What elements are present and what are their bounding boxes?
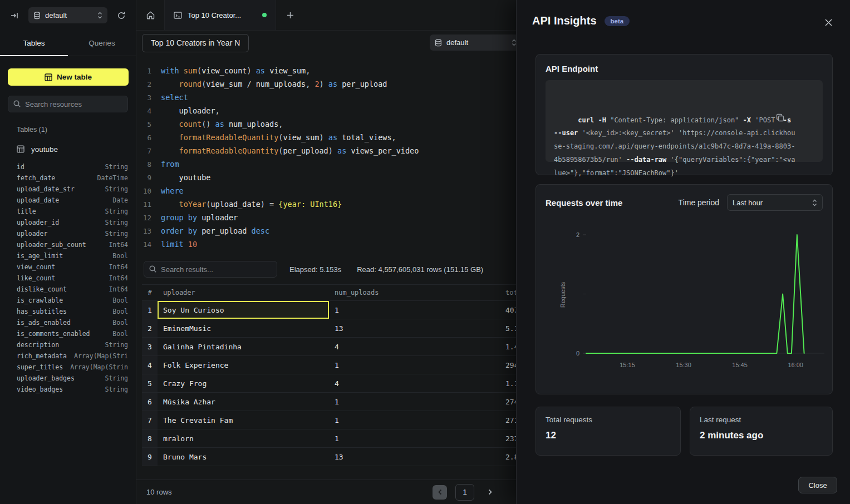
column-type: Bool (112, 252, 128, 260)
code-text: formatReadableQuantity(view_sum) as tota… (161, 133, 396, 142)
sidebar-tabs: Tables Queries (0, 31, 136, 56)
column-header[interactable]: num_uploads (329, 285, 500, 300)
search-resources-input[interactable] (8, 96, 128, 112)
code-text: formatReadableQuantity(per_upload) as vi… (161, 146, 419, 155)
line-number: 6 (136, 134, 151, 142)
code-text: round(view_sum / num_uploads, 2) as per_… (161, 80, 387, 88)
query-database-select[interactable]: default (430, 34, 522, 51)
column-row[interactable]: video_badgesString (0, 384, 136, 395)
table-cell[interactable]: 1 (329, 411, 500, 429)
table-cell[interactable]: 13 (329, 319, 500, 337)
row-number-cell[interactable]: 1 (142, 301, 158, 319)
table-cell[interactable]: Músika Azhar (158, 393, 329, 411)
table-cell[interactable]: Folk Experience (158, 356, 329, 374)
column-row[interactable]: titleString (0, 206, 136, 217)
time-period-select[interactable]: Last hour (727, 194, 823, 211)
new-table-label: New table (57, 73, 92, 81)
column-row[interactable]: is_age_limitBool (0, 250, 136, 261)
query-database-select-value: default (446, 38, 468, 47)
column-row[interactable]: is_comments_enabledBool (0, 328, 136, 339)
table-cell[interactable]: The Crevatin Fam (158, 411, 329, 429)
column-type: Int64 (109, 241, 128, 249)
next-page-button[interactable] (483, 485, 497, 500)
row-number-cell[interactable]: 8 (142, 429, 158, 447)
column-row[interactable]: uploader_sub_countInt64 (0, 239, 136, 250)
last-request-label: Last request (700, 416, 823, 424)
column-row[interactable]: like_countInt64 (0, 273, 136, 284)
row-number-cell[interactable]: 7 (142, 411, 158, 429)
table-cell[interactable]: 4 (329, 374, 500, 392)
table-cell[interactable]: 1 (329, 393, 500, 411)
column-row[interactable]: descriptionString (0, 339, 136, 350)
code-text: with sum(view_count) as view_sum, (161, 66, 310, 75)
table-cell[interactable]: 1 (329, 301, 500, 319)
search-icon (149, 265, 157, 273)
row-number-cell[interactable]: 9 (142, 448, 158, 466)
column-row[interactable]: uploader_badgesString (0, 373, 136, 384)
column-row[interactable]: uploader_idString (0, 217, 136, 228)
column-row[interactable]: uploaderString (0, 228, 136, 239)
column-name: dislike_count (17, 285, 67, 293)
close-button[interactable]: Close (798, 477, 837, 493)
row-number-cell[interactable]: 2 (142, 319, 158, 337)
column-name: super_titles (17, 363, 63, 371)
tab-queries[interactable]: Queries (68, 31, 136, 56)
copy-icon[interactable] (776, 87, 816, 148)
chevron-updown-icon (812, 199, 817, 206)
column-row[interactable]: fetch_dateDateTime (0, 172, 136, 184)
new-table-button[interactable]: New table (8, 68, 129, 86)
tab-tables-label: Tables (23, 39, 45, 47)
table-cell[interactable]: 1 (329, 356, 500, 374)
column-row[interactable]: has_subtitlesBool (0, 306, 136, 317)
svg-text:15:30: 15:30 (676, 362, 691, 368)
table-cell[interactable]: Soy Un Curioso (158, 301, 329, 319)
column-row[interactable]: upload_date_strString (0, 184, 136, 195)
sidebar-collapse-icon[interactable] (8, 9, 21, 22)
code-text: toYear(upload_date) = {year: UInt16} (161, 200, 342, 209)
table-cell[interactable]: 13 (329, 448, 500, 466)
column-type: Int64 (109, 263, 128, 271)
tab-tables[interactable]: Tables (0, 31, 68, 56)
sidebar-table-youtube[interactable]: youtube (0, 142, 136, 156)
column-row[interactable]: upload_dateDate (0, 195, 136, 206)
column-row[interactable]: rich_metadataArray(Map(Stri (0, 350, 136, 362)
prev-page-button[interactable] (433, 485, 447, 500)
table-cell[interactable]: 4 (329, 338, 500, 355)
column-row[interactable]: super_titlesArray(Map(Strin (0, 362, 136, 373)
table-cell[interactable]: Galinha Pintadinha (158, 338, 329, 355)
row-number-cell[interactable]: 3 (142, 338, 158, 355)
table-cell[interactable]: mralorn (158, 429, 329, 447)
search-results-input[interactable] (144, 261, 277, 278)
tab-queries-label: Queries (89, 39, 115, 47)
row-number-cell[interactable]: 4 (142, 356, 158, 374)
column-row[interactable]: view_countInt64 (0, 261, 136, 273)
page-number[interactable]: 1 (455, 484, 474, 501)
code-text: order by per_upload desc (161, 226, 269, 235)
query-tab[interactable]: Top 10 Creator... (165, 0, 276, 30)
requests-chart: Requests0215:1515:3015:4516:00 (536, 218, 833, 385)
table-cell[interactable]: Crazy Frog (158, 374, 329, 392)
line-number: 5 (136, 120, 151, 129)
refresh-icon[interactable] (115, 9, 128, 22)
column-header[interactable]: # (142, 285, 158, 300)
row-number-cell[interactable]: 5 (142, 374, 158, 392)
column-row[interactable]: is_ads_enabledBool (0, 317, 136, 328)
database-select[interactable]: default (28, 7, 107, 23)
code-text: from (161, 160, 179, 169)
svg-text:2: 2 (576, 231, 579, 238)
home-button[interactable] (136, 0, 165, 30)
column-name: upload_date (17, 196, 59, 204)
close-icon[interactable] (822, 16, 834, 28)
column-row[interactable]: dislike_countInt64 (0, 284, 136, 295)
column-row[interactable]: idString (0, 161, 136, 172)
table-cell[interactable]: EminemMusic (158, 319, 329, 337)
column-header[interactable]: uploader (158, 285, 329, 300)
table-cell[interactable]: 1 (329, 429, 500, 447)
query-title[interactable]: Top 10 Creators in Year N (142, 34, 249, 52)
chevron-updown-icon (97, 12, 102, 19)
column-type: String (105, 386, 128, 393)
column-row[interactable]: is_crawlableBool (0, 295, 136, 306)
row-number-cell[interactable]: 6 (142, 393, 158, 411)
new-tab-button[interactable] (276, 0, 304, 30)
table-cell[interactable]: Bruno Mars (158, 448, 329, 466)
